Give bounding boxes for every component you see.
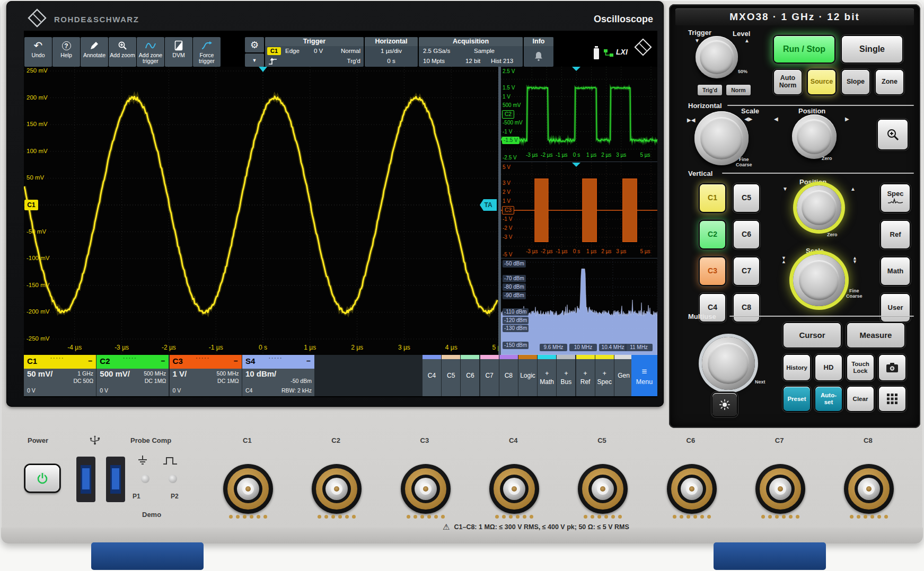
zoom-button[interactable] bbox=[878, 120, 908, 149]
minimize-button[interactable]: – bbox=[161, 356, 165, 365]
slope-button[interactable]: Slope bbox=[842, 70, 869, 94]
usb-port-2[interactable] bbox=[106, 457, 125, 502]
minimize-button[interactable]: – bbox=[306, 356, 311, 365]
signal-button-c4[interactable]: C4 bbox=[423, 355, 441, 396]
channel-descriptor-c3[interactable]: C3·····–1 V/500 MHzDC 1MΩ0 V bbox=[170, 355, 242, 396]
horizontal-position-knob[interactable] bbox=[792, 114, 837, 159]
preset-button[interactable]: Preset bbox=[784, 387, 810, 411]
norm-indicator[interactable]: Norm bbox=[726, 85, 751, 95]
spec-button[interactable]: Spec bbox=[881, 184, 910, 212]
horizontal-header-group[interactable]: Horizontal 1 µs/div 0 s bbox=[365, 37, 418, 67]
channel-button-c5[interactable]: C5 bbox=[734, 184, 759, 212]
minimize-button[interactable]: – bbox=[88, 356, 92, 365]
channel-header[interactable]: C2·····– bbox=[96, 355, 169, 369]
menu-button[interactable]: ≡Menu bbox=[631, 355, 657, 396]
channel-header[interactable]: C3·····– bbox=[170, 355, 242, 369]
channel-header[interactable]: S4·····– bbox=[242, 355, 314, 369]
y-axis-label: -90 dBm bbox=[503, 292, 526, 299]
signal-button-c5[interactable]: C5 bbox=[442, 355, 460, 396]
math-button[interactable]: Math bbox=[881, 257, 910, 285]
trigger-position-marker[interactable] bbox=[572, 67, 580, 71]
bnc-connector-c4[interactable] bbox=[489, 464, 539, 514]
channel-descriptor-c1[interactable]: C1·····–50 mV/1 GHzDC 50Ω0 V bbox=[24, 355, 96, 396]
main-waveform-plot[interactable]: 250 mV200 mV150 mV100 mV50 mV-50 mV-100 … bbox=[24, 67, 498, 355]
signal-button-math[interactable]: +Math bbox=[538, 355, 556, 396]
bnc-connector-c6[interactable] bbox=[667, 464, 717, 514]
bnc-connector-c7[interactable] bbox=[755, 464, 805, 514]
bnc-connector-c2[interactable] bbox=[312, 464, 362, 514]
channel-button-c1[interactable]: C1 bbox=[700, 184, 725, 212]
bnc-connector-c1[interactable] bbox=[223, 464, 273, 514]
ref-button[interactable]: Ref bbox=[881, 221, 910, 248]
toolbar-add-zone-trigger[interactable]: Add zone trigger bbox=[137, 37, 164, 67]
clear-button[interactable]: Clear bbox=[847, 387, 874, 411]
power-button[interactable] bbox=[25, 465, 59, 492]
trigger-position-marker[interactable] bbox=[572, 163, 580, 167]
spectrum-plot[interactable]: -50 dBm-70 dBm-80 dBm-90 dBm-110 dBm-120… bbox=[501, 259, 657, 355]
signal-button-logic[interactable]: Logic bbox=[518, 355, 537, 396]
hd-button[interactable]: HD bbox=[815, 355, 842, 380]
minimize-button[interactable]: – bbox=[234, 356, 238, 365]
channel-descriptor-c2[interactable]: C2·····–500 mV/500 MHzDC 1MΩ0 V bbox=[96, 355, 169, 396]
c1-channel-marker[interactable]: C1 bbox=[24, 200, 38, 210]
signal-button-c7[interactable]: C7 bbox=[480, 355, 499, 396]
vertical-position-knob[interactable] bbox=[797, 185, 841, 230]
signal-button-gen[interactable]: Gen bbox=[614, 355, 633, 396]
bnc-connector-c3[interactable] bbox=[401, 464, 451, 514]
toolbar-add-zoom[interactable]: Add zoom bbox=[109, 37, 136, 67]
display-intensity-button[interactable] bbox=[712, 393, 737, 416]
usb-port-1[interactable] bbox=[76, 457, 95, 502]
acquisition-header-group[interactable]: Acquisition 2.5 GSa/s Sample 10 Mpts 12 … bbox=[419, 37, 523, 67]
toolbar-expand-button[interactable]: ▼ bbox=[245, 53, 264, 67]
history-button[interactable]: History bbox=[784, 355, 810, 380]
channel-button-c3[interactable]: C3 bbox=[700, 257, 725, 285]
trigger-position-marker[interactable] bbox=[259, 67, 267, 72]
toolbar-help[interactable]: ?Help bbox=[52, 37, 80, 67]
user-button[interactable]: User bbox=[881, 294, 910, 322]
toolbar-annotate[interactable]: Annotate bbox=[81, 37, 108, 67]
channel-button-c2[interactable]: C2 bbox=[700, 221, 725, 248]
trigd-indicator[interactable]: Trig'd bbox=[698, 85, 722, 95]
channel-button-c7[interactable]: C7 bbox=[734, 257, 759, 285]
source-button[interactable]: Source bbox=[808, 70, 835, 94]
signal-button-spec[interactable]: +Spec bbox=[595, 355, 614, 396]
screenshot-button[interactable] bbox=[879, 355, 905, 380]
y-axis-label: 200 mV bbox=[27, 94, 48, 101]
channel-header[interactable]: C1·····– bbox=[24, 355, 96, 369]
toolbar-force-trigger[interactable]: Force trigger bbox=[193, 37, 221, 67]
bnc-connector-c5[interactable] bbox=[578, 464, 628, 514]
probe-comp-pin-1[interactable] bbox=[141, 475, 149, 483]
toolbar-dvm[interactable]: DVM bbox=[165, 37, 192, 67]
signal-button-ref[interactable]: +Ref bbox=[576, 355, 595, 396]
trigger-level-knob[interactable] bbox=[696, 36, 738, 78]
multiuse-knob[interactable] bbox=[702, 337, 755, 390]
signal-button-c8[interactable]: C8 bbox=[499, 355, 518, 396]
annotate-icon bbox=[90, 40, 99, 51]
signal-button-bus[interactable]: +Bus bbox=[557, 355, 575, 396]
c2-digital-plot[interactable]: 2.5 V1.5 V1 V500 mV-500 mV-1 V-1.5 V-2.5… bbox=[501, 67, 657, 162]
channel-descriptor-s4[interactable]: S4·····–10 dBm/-50 dBmC4RBW: 2 kHz bbox=[242, 355, 314, 396]
toolbar-undo[interactable]: ↶Undo bbox=[24, 37, 52, 67]
c3-pulse-plot[interactable]: 5 V3 V2 V1 V-1 V-2 V-3 V-5 VC3-3 µs-2 µs… bbox=[501, 163, 657, 258]
trigger-header-group[interactable]: Trigger C1 Edge 0 V Normal Trg'd bbox=[265, 37, 364, 67]
auto-norm-button[interactable]: Auto Norm bbox=[774, 70, 802, 94]
vertical-scale-knob[interactable] bbox=[793, 254, 845, 306]
c3-channel-marker[interactable]: C3 bbox=[502, 206, 514, 215]
zone-button[interactable]: Zone bbox=[876, 70, 903, 94]
c2-channel-marker[interactable]: C2 bbox=[502, 110, 514, 119]
probe-comp-pin-2[interactable] bbox=[169, 475, 177, 483]
info-header-group[interactable]: Info bbox=[524, 37, 553, 67]
y-axis-label: 50 mV bbox=[27, 174, 44, 181]
autoset-button[interactable]: Auto- set bbox=[815, 387, 842, 411]
run-stop-button[interactable]: Run / Stop bbox=[774, 36, 834, 63]
channel-button-c6[interactable]: C6 bbox=[734, 221, 759, 248]
cursor-button[interactable]: Cursor bbox=[784, 323, 841, 347]
apps-button[interactable] bbox=[879, 387, 905, 411]
measure-button[interactable]: Measure bbox=[847, 323, 904, 347]
bnc-connector-c8[interactable] bbox=[844, 464, 894, 514]
settings-gear-button[interactable]: ⚙ bbox=[245, 37, 264, 52]
single-button[interactable]: Single bbox=[842, 36, 902, 63]
signal-button-c6[interactable]: C6 bbox=[461, 355, 479, 396]
touch-lock-button[interactable]: Touch Lock bbox=[847, 355, 874, 380]
channel-button-c8[interactable]: C8 bbox=[734, 294, 759, 322]
